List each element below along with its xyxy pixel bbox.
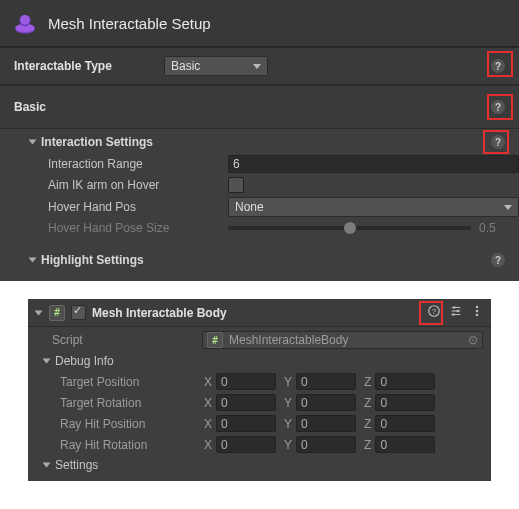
svg-point-7: [456, 310, 459, 313]
svg-point-10: [476, 310, 479, 313]
vector3-label: Ray Hit Rotation: [60, 438, 200, 452]
slider-thumb[interactable]: [344, 222, 356, 234]
interactable-type-row: Interactable Type Basic ?: [0, 47, 519, 85]
object-picker-icon[interactable]: ⊙: [468, 333, 478, 347]
vector3-y-input[interactable]: [296, 436, 356, 453]
chevron-down-icon: [504, 205, 512, 210]
vector3-y-input[interactable]: [296, 415, 356, 432]
vector3-y-input[interactable]: [296, 394, 356, 411]
vector3-x-input[interactable]: [216, 394, 276, 411]
interaction-settings-foldout[interactable]: Interaction Settings ?: [0, 129, 519, 153]
axis-label-z: Z: [364, 396, 371, 410]
preset-icon[interactable]: [449, 304, 463, 321]
help-icon[interactable]: ?: [491, 135, 505, 149]
interaction-range-row: Interaction Range: [0, 153, 519, 175]
hover-hand-pose-size-slider[interactable]: [228, 226, 471, 230]
foldout-arrow-icon: [43, 463, 51, 468]
script-label: Script: [52, 333, 202, 347]
vector3-z-input[interactable]: [375, 373, 435, 390]
debug-info-title: Debug Info: [55, 354, 114, 368]
axis-label-x: X: [204, 438, 212, 452]
vector3-z-input[interactable]: [375, 394, 435, 411]
help-icon[interactable]: ?: [491, 59, 505, 73]
foldout-arrow-icon: [29, 258, 37, 263]
script-icon: #: [49, 305, 65, 321]
vector3-row: Target PositionXYZ: [36, 371, 483, 392]
foldout-arrow-icon: [35, 310, 43, 315]
settings-title: Settings: [55, 458, 98, 472]
component-inspector: # Mesh Interactable Body ? Script # Mesh…: [28, 299, 491, 481]
interactable-type-value: Basic: [171, 59, 200, 73]
axis-label-y: Y: [284, 396, 292, 410]
interaction-range-label: Interaction Range: [48, 157, 228, 171]
help-icon[interactable]: ?: [491, 100, 505, 114]
svg-point-8: [452, 313, 455, 316]
mesh-logo-icon: [12, 10, 38, 36]
help-reference-icon[interactable]: ?: [427, 304, 441, 321]
axis-label-x: X: [204, 396, 212, 410]
script-icon: #: [207, 332, 223, 348]
axis-label-y: Y: [284, 375, 292, 389]
svg-point-9: [476, 306, 479, 309]
hover-hand-pose-size-label: Hover Hand Pose Size: [48, 221, 228, 235]
interactable-type-dropdown[interactable]: Basic: [164, 56, 268, 76]
script-reference-field[interactable]: # MeshInteractableBody ⊙: [202, 331, 483, 349]
highlight-settings-foldout[interactable]: Highlight Settings ?: [0, 247, 519, 271]
panel-title: Mesh Interactable Setup: [48, 15, 211, 32]
panel-header: Mesh Interactable Setup: [0, 0, 519, 47]
interactable-type-label: Interactable Type: [14, 59, 164, 73]
svg-point-6: [453, 306, 456, 309]
vector3-z-input[interactable]: [375, 436, 435, 453]
hover-hand-pose-size-value: 0.5: [479, 221, 519, 235]
settings-foldout[interactable]: Settings: [36, 455, 483, 475]
aim-ik-label: Aim IK arm on Hover: [48, 178, 228, 192]
hover-hand-pos-row: Hover Hand Pos None: [0, 195, 519, 219]
chevron-down-icon: [253, 64, 261, 69]
aim-ik-row: Aim IK arm on Hover: [0, 175, 519, 195]
hover-hand-pos-label: Hover Hand Pos: [48, 200, 228, 214]
help-icon[interactable]: ?: [491, 253, 505, 267]
axis-label-x: X: [204, 417, 212, 431]
vector3-x-input[interactable]: [216, 436, 276, 453]
vector3-row: Target RotationXYZ: [36, 392, 483, 413]
vector3-label: Ray Hit Position: [60, 417, 200, 431]
axis-label-z: Z: [364, 375, 371, 389]
aim-ik-checkbox[interactable]: [228, 177, 244, 193]
hover-hand-pose-size-row: Hover Hand Pose Size 0.5: [0, 219, 519, 237]
vector3-x-input[interactable]: [216, 415, 276, 432]
component-header[interactable]: # Mesh Interactable Body ?: [28, 299, 491, 327]
mesh-interactable-panel: Mesh Interactable Setup Interactable Typ…: [0, 0, 519, 281]
svg-point-11: [476, 314, 479, 317]
interaction-range-input[interactable]: [228, 155, 519, 173]
vector3-x-input[interactable]: [216, 373, 276, 390]
foldout-arrow-icon: [29, 140, 37, 145]
axis-label-y: Y: [284, 438, 292, 452]
vector3-row: Ray Hit PositionXYZ: [36, 413, 483, 434]
vector3-y-input[interactable]: [296, 373, 356, 390]
basic-title: Basic: [14, 100, 164, 114]
script-name: MeshInteractableBody: [229, 333, 348, 347]
hover-hand-pos-value: None: [235, 200, 264, 214]
svg-text:?: ?: [432, 307, 437, 316]
script-row: Script # MeshInteractableBody ⊙: [36, 329, 483, 351]
vector3-z-input[interactable]: [375, 415, 435, 432]
vector3-label: Target Position: [60, 375, 200, 389]
interaction-settings-title: Interaction Settings: [41, 135, 153, 149]
axis-label-y: Y: [284, 417, 292, 431]
hover-hand-pos-dropdown[interactable]: None: [228, 197, 519, 217]
context-menu-icon[interactable]: [471, 304, 483, 321]
axis-label-z: Z: [364, 438, 371, 452]
vector3-label: Target Rotation: [60, 396, 200, 410]
axis-label-x: X: [204, 375, 212, 389]
svg-point-3: [20, 15, 30, 25]
basic-section-header: Basic ?: [0, 85, 519, 129]
component-title: Mesh Interactable Body: [92, 306, 421, 320]
foldout-arrow-icon: [43, 359, 51, 364]
debug-info-foldout[interactable]: Debug Info: [36, 351, 483, 371]
axis-label-z: Z: [364, 417, 371, 431]
vector3-row: Ray Hit RotationXYZ: [36, 434, 483, 455]
highlight-settings-title: Highlight Settings: [41, 253, 144, 267]
component-enable-checkbox[interactable]: [71, 305, 86, 320]
